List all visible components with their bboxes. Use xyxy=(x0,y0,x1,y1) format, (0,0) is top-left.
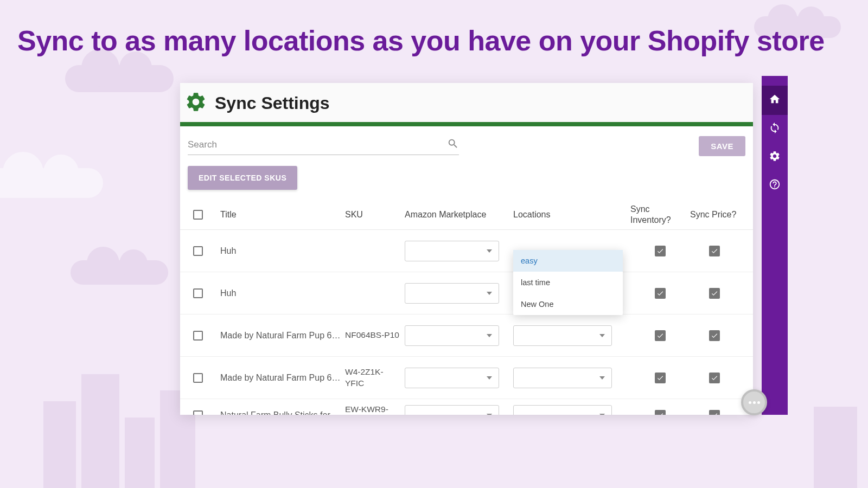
row-sku: W4-2Z1K-YFIC xyxy=(345,367,405,389)
chevron-down-icon xyxy=(487,376,492,380)
marketplace-select[interactable] xyxy=(405,283,499,304)
home-icon xyxy=(769,93,781,107)
locations-dropdown: easy last time New One xyxy=(513,250,623,315)
sync-price-checkbox[interactable] xyxy=(709,330,720,341)
marketplace-select[interactable] xyxy=(405,325,499,346)
sync-icon xyxy=(769,122,781,136)
col-sync-inventory: Sync Inventory? xyxy=(630,204,690,226)
building-decoration xyxy=(81,374,119,488)
marketplace-select[interactable] xyxy=(405,405,499,415)
building-decoration xyxy=(814,407,857,488)
col-locations: Locations xyxy=(513,210,630,220)
table-row: Made by Natural Farm Pup 6" … NF064BS-P1… xyxy=(180,314,753,357)
building-decoration xyxy=(125,418,155,488)
chat-widget[interactable] xyxy=(741,389,767,415)
sidebar-item-help[interactable] xyxy=(762,171,788,200)
row-checkbox[interactable] xyxy=(193,246,203,256)
row-title: Huh xyxy=(220,288,345,298)
sidebar-item-home[interactable] xyxy=(762,86,788,115)
gear-icon xyxy=(184,91,207,115)
marketplace-select[interactable] xyxy=(405,241,499,261)
table-row: Huh xyxy=(180,272,753,314)
row-title: Huh xyxy=(220,246,345,256)
app-panel: Sync Settings SAVE EDIT SELECTED SKUS Ti… xyxy=(180,83,753,415)
sidebar-item-settings[interactable] xyxy=(762,143,788,171)
row-title: Natural Farm Bully Sticks for S… xyxy=(220,410,345,415)
chevron-down-icon xyxy=(487,292,492,295)
cloud-decoration xyxy=(71,260,168,285)
search-field[interactable] xyxy=(188,136,459,155)
help-icon xyxy=(769,178,781,192)
dropdown-option[interactable]: last time xyxy=(513,272,623,293)
marketplace-select[interactable] xyxy=(405,368,499,388)
chevron-down-icon xyxy=(487,334,492,337)
locations-select[interactable] xyxy=(513,368,612,388)
sync-inventory-checkbox[interactable] xyxy=(655,246,666,256)
sync-inventory-checkbox[interactable] xyxy=(655,410,666,415)
cloud-decoration xyxy=(65,65,174,92)
table-row: Huh easy last time New One xyxy=(180,230,753,272)
page-headline: Sync to as many locations as you have on… xyxy=(17,24,825,57)
locations-select[interactable] xyxy=(513,405,612,415)
app-header: Sync Settings xyxy=(180,83,753,122)
dropdown-option[interactable]: New One xyxy=(513,293,623,315)
row-checkbox[interactable] xyxy=(193,373,203,383)
row-checkbox[interactable] xyxy=(193,410,203,415)
edit-selected-skus-button[interactable]: EDIT SELECTED SKUS xyxy=(188,166,297,190)
select-all-checkbox[interactable] xyxy=(193,210,203,220)
search-input[interactable] xyxy=(188,136,447,153)
app-title: Sync Settings xyxy=(215,93,330,113)
table-row: Natural Farm Bully Sticks for S… EW-KWR9… xyxy=(180,399,753,415)
row-title: Made by Natural Farm Pup 6" … xyxy=(220,331,345,341)
search-icon xyxy=(447,138,459,152)
sync-inventory-checkbox[interactable] xyxy=(655,330,666,341)
row-title: Made by Natural Farm Pup 6" … xyxy=(220,373,345,383)
sync-price-checkbox[interactable] xyxy=(709,246,720,256)
sku-table: Title SKU Amazon Marketplace Locations S… xyxy=(180,200,753,415)
col-sku: SKU xyxy=(345,210,405,220)
locations-select[interactable] xyxy=(513,325,612,346)
table-header: Title SKU Amazon Marketplace Locations S… xyxy=(180,200,753,230)
building-decoration xyxy=(43,401,76,488)
cloud-decoration xyxy=(0,168,103,198)
col-sync-price: Sync Price? xyxy=(690,209,739,220)
gear-icon xyxy=(769,150,781,164)
row-sku: NF064BS-P10 xyxy=(345,330,405,341)
chevron-down-icon xyxy=(599,376,605,380)
chevron-down-icon xyxy=(599,334,605,337)
sync-inventory-checkbox[interactable] xyxy=(655,373,666,383)
sidebar-item-sync[interactable] xyxy=(762,115,788,143)
chevron-down-icon xyxy=(599,414,605,415)
sync-price-checkbox[interactable] xyxy=(709,373,720,383)
row-checkbox[interactable] xyxy=(193,288,203,298)
sidebar-nav xyxy=(762,76,788,415)
chevron-down-icon xyxy=(487,249,492,253)
row-checkbox[interactable] xyxy=(193,331,203,341)
dropdown-option[interactable]: easy xyxy=(513,250,623,272)
col-marketplace: Amazon Marketplace xyxy=(405,210,513,220)
sync-price-checkbox[interactable] xyxy=(709,288,720,299)
chevron-down-icon xyxy=(487,414,492,415)
save-button[interactable]: SAVE xyxy=(699,136,745,156)
sync-price-checkbox[interactable] xyxy=(709,410,720,415)
col-title: Title xyxy=(220,210,345,220)
sync-inventory-checkbox[interactable] xyxy=(655,288,666,299)
row-sku: EW-KWR9-T2FS xyxy=(345,404,405,415)
table-row: Made by Natural Farm Pup 6" … W4-2Z1K-YF… xyxy=(180,357,753,399)
accent-bar xyxy=(180,122,753,126)
chat-icon xyxy=(749,401,760,404)
